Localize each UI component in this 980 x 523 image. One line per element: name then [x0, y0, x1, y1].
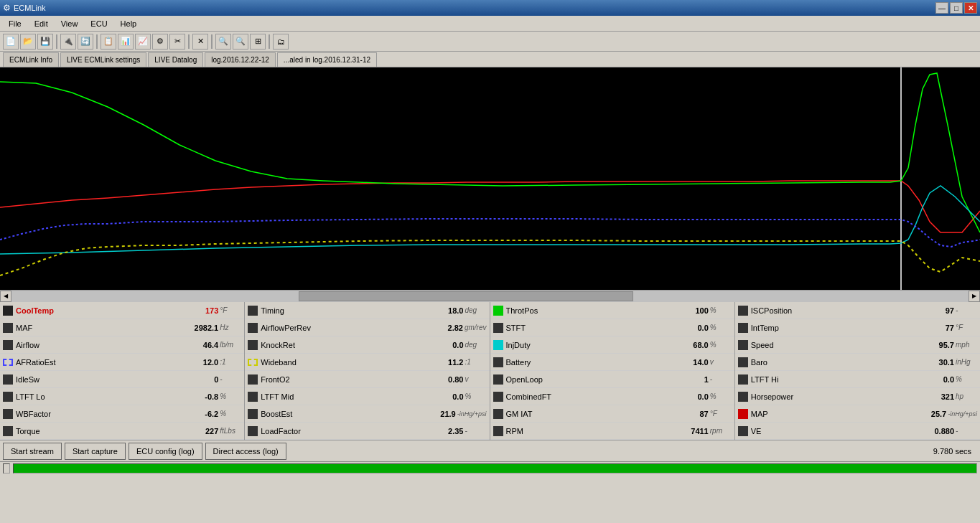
toolbar-zoom-out[interactable]: 🔍 [215, 34, 231, 50]
ltftlo-unit: % [220, 392, 241, 400]
inttemp-value: 77 [946, 324, 954, 332]
gmiat-box [493, 409, 503, 419]
battery-value: 14.0 [693, 358, 708, 367]
scroll-thumb[interactable] [299, 291, 634, 301]
tab-live-settings[interactable]: LIVE ECMLink settings [60, 52, 146, 67]
start-stream-button[interactable]: Start stream [3, 443, 62, 460]
toolbar-settings[interactable]: 🗂 [273, 34, 289, 50]
battery-label: Battery [506, 358, 694, 367]
wideband-unit: :1 [465, 358, 487, 366]
toolbar-new[interactable]: 📄 [3, 34, 19, 50]
maximize-button[interactable]: □ [950, 2, 963, 14]
toolbar-zoom-in[interactable]: 🔍 [233, 34, 248, 50]
toolbar-refresh[interactable]: 🔄 [78, 34, 93, 50]
start-capture-button[interactable]: Start capture [65, 443, 126, 460]
data-row-idlesw: IdleSw 0 - [0, 371, 244, 388]
menu-edit[interactable]: Edit [29, 18, 54, 29]
toolbar-btn7[interactable]: ✂ [169, 34, 185, 50]
data-row-loadfactor: LoadFactor 2.35 - [245, 423, 489, 440]
data-row-cooltemp: CoolTemp 173 °F [0, 302, 244, 319]
ecu-config-button[interactable]: ECU config (log) [129, 443, 202, 460]
close-button[interactable]: ✕ [964, 2, 977, 14]
data-row-openloop: OpenLoop 1 - [490, 371, 734, 388]
rpm-box [493, 426, 503, 436]
baro-label: Baro [751, 358, 939, 367]
tab-log-dec31[interactable]: ...aled in log.2016.12.31-12 [277, 52, 377, 67]
toolbar-open[interactable]: 📂 [20, 34, 36, 50]
toolbar-btn3[interactable]: 📋 [101, 34, 116, 50]
speed-value: 95.7 [939, 341, 954, 349]
openloop-unit: - [710, 375, 732, 383]
torque-value: 227 [205, 427, 218, 435]
torque-unit: ftLbs [220, 427, 241, 435]
toolbar-btn4[interactable]: 📊 [118, 34, 134, 50]
data-row-horsepower: Horsepower 321 hp [735, 388, 980, 405]
loadfactor-unit: - [465, 427, 487, 435]
toolbar-btn6[interactable]: ⚙ [152, 34, 168, 50]
toolbar-btn5[interactable]: 📈 [135, 34, 151, 50]
data-row-ltftlo: LTFT Lo -0.8 % [0, 388, 244, 405]
data-row-wideband: Wideband 11.2 :1 [245, 354, 489, 371]
minimize-button[interactable]: — [935, 2, 948, 14]
idlesw-unit: - [220, 375, 241, 383]
menu-ecu[interactable]: ECU [85, 18, 113, 29]
ltfthi-unit: % [956, 375, 977, 383]
rpm-label: RPM [506, 427, 691, 435]
data-row-boostest: BoostEst 21.9 -inHg/+psi [245, 405, 489, 423]
horizontal-scrollbar[interactable]: ◀ ▶ [0, 290, 980, 301]
data-row-ltftmid: LTFT Mid 0.0 % [245, 388, 489, 405]
tab-live-datalog[interactable]: LIVE Datalog [148, 52, 203, 67]
ve-box [738, 426, 748, 436]
tab-log-dec22[interactable]: log.2016.12.22-12 [205, 52, 276, 67]
baro-box [738, 357, 748, 367]
toolbar-sep1 [56, 34, 57, 49]
chart-area [0, 67, 980, 290]
menu-view[interactable]: View [55, 18, 84, 29]
toolbar-zoom-fit[interactable]: ⊞ [250, 34, 266, 50]
iscposition-value: 97 [946, 306, 954, 315]
rpm-value: 7411 [691, 427, 708, 435]
data-row-timing: Timing 18.0 deg [245, 302, 489, 319]
afratioest-box [3, 359, 13, 366]
ve-value: 0.880 [934, 427, 954, 435]
knockret-box [248, 340, 258, 350]
data-row-airflowperrev: AirflowPerRev 2.82 gm/rev [245, 319, 489, 336]
app-title: ECMLink [14, 4, 46, 12]
horsepower-label: Horsepower [751, 392, 941, 401]
battery-box [493, 357, 503, 367]
data-row-throtpos: ThrotPos 100 % [490, 302, 734, 319]
throtpos-unit: % [710, 306, 732, 314]
airflow-value: 46.4 [203, 341, 218, 349]
data-row-ltfthi: LTFT Hi 0.0 % [735, 371, 980, 388]
action-buttons: Start stream Start capture ECU config (l… [3, 443, 286, 460]
menu-help[interactable]: Help [115, 18, 143, 29]
speed-unit: mph [956, 341, 977, 349]
data-panel: CoolTemp 173 °F MAF 2982.1 Hz Airflow 46… [0, 301, 980, 440]
scroll-right[interactable]: ▶ [969, 291, 980, 302]
scroll-track[interactable] [11, 291, 969, 302]
tab-ecmlink-info[interactable]: ECMLink Info [3, 52, 59, 67]
idlesw-value: 0 [214, 375, 218, 384]
toolbar-delete[interactable]: ✕ [192, 34, 208, 50]
airflow-label: Airflow [16, 341, 203, 349]
boostest-value: 21.9 [440, 410, 455, 418]
data-col-1: CoolTemp 173 °F MAF 2982.1 Hz Airflow 46… [0, 302, 245, 440]
scroll-left[interactable]: ◀ [0, 291, 11, 302]
statusbar [0, 461, 980, 474]
chart-svg [0, 67, 980, 290]
toolbar-save[interactable]: 💾 [37, 34, 53, 50]
map-value: 25.7 [931, 410, 946, 418]
menu-file[interactable]: File [3, 18, 27, 29]
inttemp-box [738, 323, 748, 333]
boostest-unit: -inHg/+psi [457, 410, 487, 418]
wideband-box [248, 359, 258, 366]
direct-access-button[interactable]: Direct access (log) [205, 443, 286, 460]
ltftlo-value: -0.8 [205, 392, 218, 401]
throtpos-box [493, 306, 503, 316]
timing-value: 18.0 [448, 306, 463, 315]
speed-box [738, 340, 748, 350]
openloop-label: OpenLoop [506, 375, 704, 384]
horsepower-unit: hp [956, 392, 977, 400]
toolbar-connect[interactable]: 🔌 [60, 34, 76, 50]
tab-bar: ECMLink Info LIVE ECMLink settings LIVE … [0, 52, 980, 67]
